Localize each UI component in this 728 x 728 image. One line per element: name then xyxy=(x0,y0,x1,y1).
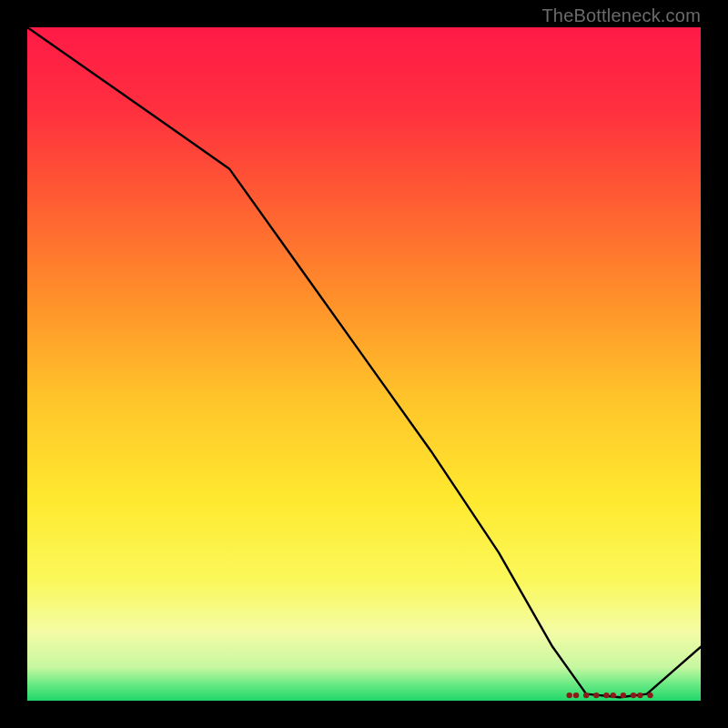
marker-dot xyxy=(611,693,616,698)
data-line xyxy=(27,27,701,697)
marker-dot xyxy=(603,693,609,698)
plot-area xyxy=(27,27,701,701)
marker-dot xyxy=(567,693,572,698)
marker-dot xyxy=(583,693,589,698)
marker-dot xyxy=(593,693,599,698)
marker-dot xyxy=(637,693,642,698)
marker-dot xyxy=(631,693,636,698)
watermark-text: TheBottleneck.com xyxy=(541,5,701,26)
marker-dot xyxy=(647,693,652,698)
line-layer xyxy=(27,27,701,701)
marker-dot xyxy=(621,693,626,698)
chart-frame: TheBottleneck.com xyxy=(0,0,728,728)
marker-dot xyxy=(573,693,579,698)
